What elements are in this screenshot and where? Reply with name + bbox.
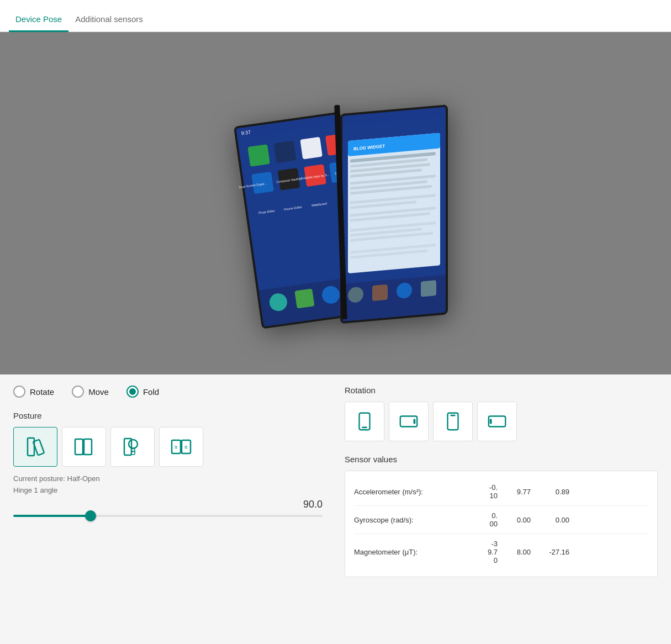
rotation-btn-portrait[interactable] bbox=[345, 402, 384, 441]
sensor-row-gyroscope: Gyroscope (rad/s): 0.00 0.00 0.00 bbox=[354, 506, 648, 534]
radio-rotate-label: Rotate bbox=[30, 387, 54, 397]
controls-area: Rotate Move Fold Posture bbox=[0, 374, 671, 643]
sensor-val-accel-1: -0.10 bbox=[464, 483, 498, 500]
radio-fold-label: Fold bbox=[143, 387, 159, 397]
svg-point-58 bbox=[129, 440, 138, 448]
sensor-row-accelerometer: Accelerometer (m/s²): -0.10 9.77 0.89 bbox=[354, 478, 648, 506]
right-controls: Rotation bbox=[345, 386, 658, 632]
svg-rect-2 bbox=[247, 144, 270, 167]
svg-rect-50 bbox=[421, 280, 436, 297]
rotation-btn-landscape-flip[interactable] bbox=[477, 402, 517, 441]
left-controls: Rotate Move Fold Posture bbox=[13, 386, 323, 632]
hinge-label: Hinge 1 angle bbox=[13, 486, 323, 494]
tabs-bar: Device Pose Additional sensors bbox=[0, 0, 671, 32]
svg-text:≡: ≡ bbox=[175, 444, 178, 450]
radio-fold-circle bbox=[126, 386, 139, 398]
foldable-phone-3d: 9:37 Dual Screen Exper... Composer NavRa… bbox=[198, 76, 474, 330]
posture-flat-icon: ≡ ≡ bbox=[170, 436, 192, 458]
sensor-name-magnetometer: Magnetometer (μT): bbox=[354, 548, 464, 556]
rotation-label: Rotation bbox=[345, 386, 658, 395]
slider-fill bbox=[13, 515, 91, 517]
slider-track[interactable] bbox=[13, 515, 323, 517]
svg-rect-4 bbox=[300, 137, 323, 160]
tab-additional-sensors[interactable]: Additional sensors bbox=[68, 6, 150, 32]
svg-rect-71 bbox=[490, 419, 492, 424]
svg-rect-52 bbox=[28, 438, 34, 456]
sensor-val-mag-2: 8.00 bbox=[498, 548, 531, 556]
rotation-btn-portrait-flip[interactable] bbox=[433, 402, 473, 441]
sensor-val-accel-2: 9.77 bbox=[498, 488, 531, 496]
radio-rotate[interactable]: Rotate bbox=[13, 386, 54, 398]
sensor-val-accel-3: 0.89 bbox=[531, 488, 569, 496]
sensor-val-gyro-2: 0.00 bbox=[498, 516, 531, 524]
posture-buttons: ≡ ≡ bbox=[13, 427, 323, 467]
rotation-buttons bbox=[345, 402, 658, 441]
posture-tent-icon bbox=[73, 436, 95, 458]
posture-btn-half-open[interactable] bbox=[13, 427, 57, 467]
radio-move-label: Move bbox=[88, 387, 109, 397]
radio-move-circle bbox=[72, 386, 84, 398]
posture-label: Posture bbox=[13, 411, 323, 420]
rotation-landscape-icon bbox=[398, 411, 419, 432]
sensor-name-gyroscope: Gyroscope (rad/s): bbox=[354, 516, 464, 524]
posture-btn-tent[interactable] bbox=[62, 427, 106, 467]
sensor-values-label: Sensor values bbox=[345, 455, 658, 464]
sensor-val-mag-1: -39.70 bbox=[464, 540, 498, 564]
rotation-portrait-flip-icon bbox=[442, 411, 463, 432]
svg-rect-69 bbox=[450, 415, 456, 416]
svg-rect-14 bbox=[294, 288, 314, 308]
posture-half-open-icon bbox=[24, 436, 46, 458]
posture-btn-flat[interactable]: ≡ ≡ bbox=[159, 427, 203, 467]
sensor-val-mag-3: -27.16 bbox=[531, 548, 569, 556]
sensor-name-accelerometer: Accelerometer (m/s²): bbox=[354, 488, 464, 496]
svg-rect-67 bbox=[414, 419, 416, 424]
slider-thumb[interactable] bbox=[85, 510, 96, 521]
radio-fold[interactable]: Fold bbox=[126, 386, 159, 398]
rotation-portrait-icon bbox=[354, 411, 375, 432]
angle-value: 90.0 bbox=[303, 499, 323, 510]
posture-book-icon bbox=[121, 436, 144, 458]
sensor-container: Accelerometer (m/s²): -0.10 9.77 0.89 Gy… bbox=[345, 471, 658, 577]
svg-rect-54 bbox=[75, 439, 83, 455]
slider-row bbox=[13, 515, 323, 517]
sensor-table: Accelerometer (m/s²): -0.10 9.77 0.89 Gy… bbox=[345, 471, 658, 577]
sensor-row-magnetometer: Magnetometer (μT): -39.70 8.00 -27.16 bbox=[354, 534, 648, 570]
device-viewer: 9:37 Dual Screen Exper... Composer NavRa… bbox=[0, 32, 671, 374]
svg-rect-3 bbox=[273, 140, 296, 163]
svg-rect-48 bbox=[372, 284, 388, 301]
svg-rect-55 bbox=[84, 439, 92, 455]
angle-row: 90.0 bbox=[13, 499, 323, 510]
current-posture-text: Current posture: Half-Open bbox=[13, 474, 323, 483]
sensor-val-gyro-3: 0.00 bbox=[531, 516, 569, 524]
rotation-btn-landscape[interactable] bbox=[389, 402, 429, 441]
rotation-landscape-flip-icon bbox=[487, 411, 508, 432]
sensor-val-gyro-1: 0.00 bbox=[464, 511, 498, 528]
radio-group: Rotate Move Fold bbox=[13, 386, 323, 398]
posture-btn-book[interactable] bbox=[110, 427, 155, 467]
radio-move[interactable]: Move bbox=[72, 386, 109, 398]
svg-rect-65 bbox=[362, 427, 367, 429]
radio-rotate-circle bbox=[13, 386, 25, 398]
svg-text:≡: ≡ bbox=[184, 444, 188, 450]
tab-device-pose[interactable]: Device Pose bbox=[9, 6, 68, 32]
